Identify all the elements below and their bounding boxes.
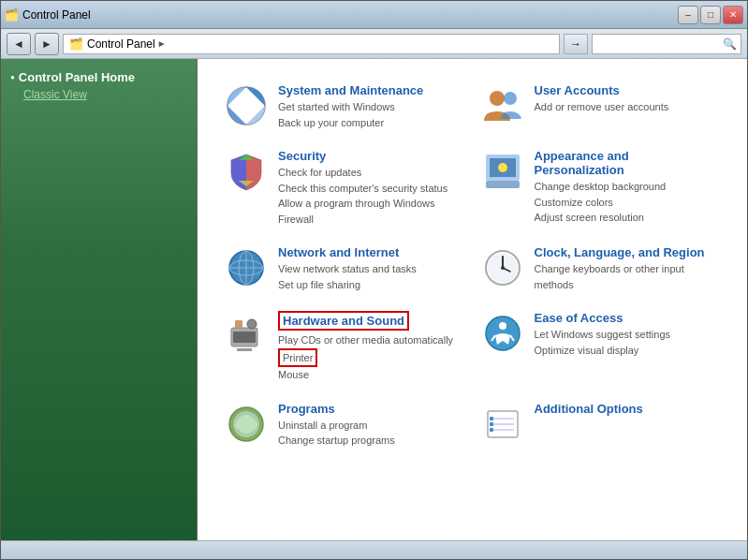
maximize-button[interactable]: □	[700, 6, 721, 24]
hardware-title[interactable]: Hardware and Sound	[278, 311, 409, 331]
network-link-2[interactable]: Set up file sharing	[278, 277, 465, 293]
category-programs[interactable]: Programs Uninstall a program Change star…	[216, 392, 473, 458]
main-area: Control Panel Home Classic View	[1, 59, 747, 540]
search-box[interactable]: 🔍	[592, 34, 741, 54]
address-text: Control Panel ►	[87, 37, 167, 51]
clock-text: Clock, Language, and Region Change keybo…	[535, 245, 722, 292]
appearance-link-3[interactable]: Adjust screen resolution	[535, 210, 722, 226]
svg-rect-21	[237, 348, 252, 351]
clock-title[interactable]: Clock, Language, and Region	[535, 245, 722, 259]
svg-point-23	[499, 322, 506, 330]
sidebar-home-label: Control Panel Home	[19, 70, 135, 84]
folder-icon: 🗂️	[69, 37, 83, 51]
category-security[interactable]: Security Check for updates Check this co…	[216, 140, 473, 236]
main-window: 🗂️ Control Panel – □ ✕ ◄ ► 🗂️ Control Pa…	[0, 0, 748, 560]
system-title[interactable]: System and Maintenance	[278, 83, 465, 97]
security-text: Security Check for updates Check this co…	[278, 149, 465, 227]
appearance-icon	[480, 149, 525, 194]
forward-button[interactable]: ►	[35, 33, 59, 55]
system-link-1[interactable]: Get started with Windows	[278, 99, 465, 115]
category-user-accounts[interactable]: User Accounts Add or remove user account…	[473, 74, 729, 140]
programs-link-2[interactable]: Change startup programs	[278, 433, 465, 449]
category-system[interactable]: System and Maintenance Get started with …	[216, 74, 473, 140]
svg-point-1	[490, 91, 505, 106]
security-title[interactable]: Security	[278, 149, 465, 163]
svg-rect-18	[235, 320, 242, 328]
network-title[interactable]: Network and Internet	[278, 245, 465, 259]
appearance-link-1[interactable]: Change desktop background	[535, 179, 722, 195]
appearance-link-2[interactable]: Customize colors	[535, 195, 722, 211]
programs-title[interactable]: Programs	[278, 402, 465, 416]
category-clock[interactable]: Clock, Language, and Region Change keybo…	[473, 236, 729, 302]
category-ease[interactable]: Ease of Access Let Windows suggest setti…	[473, 302, 729, 392]
category-additional[interactable]: Additional Options	[473, 392, 729, 458]
programs-icon	[224, 402, 269, 447]
ease-title[interactable]: Ease of Access	[535, 311, 722, 325]
address-field[interactable]: 🗂️ Control Panel ►	[63, 34, 560, 54]
clock-link-1[interactable]: Change keyboards or other input methods	[535, 261, 722, 292]
svg-rect-32	[490, 417, 493, 420]
svg-point-6	[498, 163, 507, 172]
search-input[interactable]	[596, 37, 723, 51]
appearance-text: Appearance andPersonalization Change des…	[535, 149, 722, 226]
svg-rect-33	[490, 422, 493, 426]
appearance-title[interactable]: Appearance andPersonalization	[535, 149, 722, 177]
programs-text: Programs Uninstall a program Change star…	[278, 402, 465, 449]
programs-link-1[interactable]: Uninstall a program	[278, 418, 465, 434]
network-link-1[interactable]: View network status and tasks	[278, 261, 465, 277]
system-text: System and Maintenance Get started with …	[278, 83, 465, 130]
category-network[interactable]: Network and Internet View network status…	[216, 236, 473, 302]
hardware-link-printer[interactable]: Printer	[278, 348, 317, 368]
content-panel: System and Maintenance Get started with …	[198, 59, 747, 540]
window-icon: 🗂️	[5, 8, 19, 22]
address-path: Control Panel	[87, 37, 155, 51]
svg-point-2	[504, 92, 517, 105]
additional-text: Additional Options	[535, 402, 722, 418]
user-accounts-text: User Accounts Add or remove user account…	[535, 83, 722, 115]
additional-icon	[480, 402, 525, 447]
user-accounts-title[interactable]: User Accounts	[535, 83, 722, 97]
network-text: Network and Internet View network status…	[278, 245, 465, 292]
title-bar: 🗂️ Control Panel – □ ✕	[1, 1, 747, 29]
svg-rect-20	[233, 332, 256, 343]
user-accounts-icon	[480, 83, 525, 128]
ease-link-2[interactable]: Optimize visual display	[535, 343, 722, 359]
search-icon: 🔍	[723, 37, 737, 51]
close-button[interactable]: ✕	[723, 6, 743, 24]
title-bar-controls: – □ ✕	[678, 6, 743, 24]
security-link-3[interactable]: Allow a program through Windows Firewall	[278, 196, 465, 227]
clock-icon	[480, 245, 525, 290]
svg-point-16	[501, 266, 505, 270]
go-button[interactable]: →	[564, 34, 588, 54]
window-title: Control Panel	[22, 8, 91, 22]
category-appearance[interactable]: Appearance andPersonalization Change des…	[473, 140, 729, 236]
address-arrow: ►	[157, 38, 167, 49]
hardware-link-mouse[interactable]: Mouse	[278, 367, 465, 383]
system-link-2[interactable]: Back up your computer	[278, 115, 465, 131]
sidebar: Control Panel Home Classic View	[1, 59, 198, 540]
network-icon	[224, 245, 269, 290]
security-icon	[224, 149, 269, 194]
category-hardware[interactable]: Hardware and Sound Play CDs or other med…	[216, 302, 473, 392]
security-link-2[interactable]: Check this computer's security status	[278, 181, 465, 197]
status-bar	[1, 540, 747, 559]
back-button[interactable]: ◄	[7, 33, 31, 55]
svg-rect-34	[490, 428, 493, 432]
hardware-link-1[interactable]: Play CDs or other media automatically	[278, 332, 465, 348]
ease-icon	[480, 311, 525, 356]
sidebar-classic-view[interactable]: Classic View	[23, 88, 187, 101]
ease-link-1[interactable]: Let Windows suggest settings	[535, 327, 722, 343]
svg-rect-5	[486, 181, 520, 188]
hardware-text: Hardware and Sound Play CDs or other med…	[278, 311, 465, 383]
security-link-1[interactable]: Check for updates	[278, 165, 465, 181]
minimize-button[interactable]: –	[678, 6, 698, 24]
additional-title[interactable]: Additional Options	[535, 402, 722, 416]
address-bar: ◄ ► 🗂️ Control Panel ► → 🔍	[1, 29, 747, 59]
hardware-icon	[224, 311, 269, 356]
user-accounts-link-1[interactable]: Add or remove user accounts	[535, 99, 722, 115]
system-icon	[224, 83, 269, 128]
categories-grid: System and Maintenance Get started with …	[216, 74, 728, 458]
sidebar-home: Control Panel Home	[10, 70, 187, 84]
svg-point-19	[247, 319, 257, 329]
ease-text: Ease of Access Let Windows suggest setti…	[535, 311, 722, 358]
